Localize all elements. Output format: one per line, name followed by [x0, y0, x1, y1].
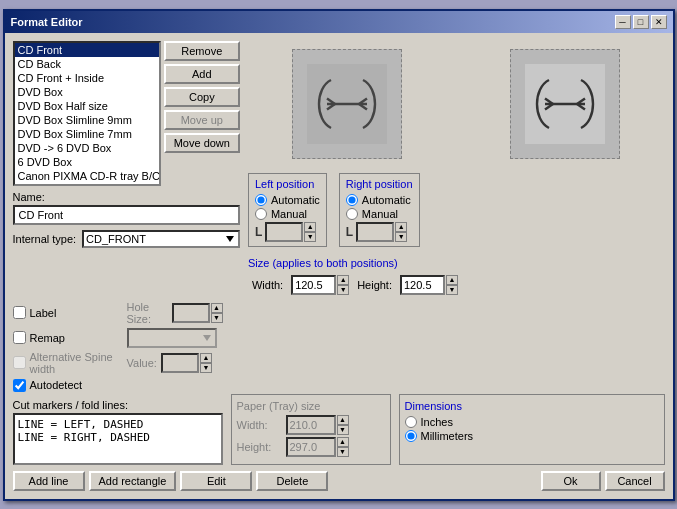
top-section: CD Front CD Back CD Front + Inside DVD B… — [13, 41, 665, 295]
delete-button[interactable]: Delete — [256, 471, 328, 491]
cancel-button[interactable]: Cancel — [605, 471, 665, 491]
ok-button[interactable]: Ok — [541, 471, 601, 491]
width-down[interactable]: ▼ — [337, 285, 349, 295]
value-input[interactable] — [161, 353, 199, 373]
left-l-spin: ▲ ▼ — [265, 222, 316, 242]
height-spin: ▲ ▼ — [400, 275, 458, 295]
value-arrows: ▲ ▼ — [200, 353, 212, 373]
move-down-button[interactable]: Move down — [164, 133, 240, 153]
hole-size-down[interactable]: ▼ — [211, 313, 223, 323]
add-line-button[interactable]: Add line — [13, 471, 85, 491]
left-l-up[interactable]: ▲ — [304, 222, 316, 232]
list-item[interactable]: DVD Box Slimline 7mm — [15, 127, 159, 141]
left-automatic-radio[interactable] — [255, 194, 267, 206]
width-up[interactable]: ▲ — [337, 275, 349, 285]
remap-checkbox[interactable] — [13, 331, 26, 344]
options-grid: Label Hole Size: ▲ ▼ — [13, 301, 223, 375]
paper-size-title: Paper (Tray) size — [237, 400, 385, 412]
width-label: Width: — [252, 279, 283, 291]
cut-marker-line-1: LINE = LEFT, DASHED — [18, 418, 218, 431]
list-item[interactable]: CD Front + Inside — [15, 71, 159, 85]
right-l-up[interactable]: ▲ — [395, 222, 407, 232]
format-list[interactable]: CD Front CD Back CD Front + Inside DVD B… — [13, 41, 161, 186]
width-input[interactable] — [291, 275, 336, 295]
window-title: Format Editor — [11, 16, 83, 28]
list-item[interactable]: DVD Box — [15, 85, 159, 99]
remap-cb-row: Remap — [13, 331, 123, 344]
paper-height-up[interactable]: ▲ — [337, 437, 349, 447]
left-l-down[interactable]: ▼ — [304, 232, 316, 242]
right-l-down[interactable]: ▼ — [395, 232, 407, 242]
label-checkbox[interactable] — [13, 306, 26, 319]
size-inputs-row: Width: ▲ ▼ Height: ▲ ▼ — [252, 275, 665, 295]
value-down[interactable]: ▼ — [200, 363, 212, 373]
height-down[interactable]: ▼ — [446, 285, 458, 295]
full-bottom: Add line Add rectangle Edit Delete Ok Ca… — [13, 471, 665, 491]
left-l-label: L — [255, 225, 262, 239]
paper-width-arrows: ▲ ▼ — [337, 415, 349, 435]
paper-height-input[interactable] — [286, 437, 336, 457]
cut-markers-box[interactable]: LINE = LEFT, DASHED LINE = RIGHT, DASHED — [13, 413, 223, 465]
paper-width-up[interactable]: ▲ — [337, 415, 349, 425]
remove-button[interactable]: Remove — [164, 41, 240, 61]
list-item[interactable]: Canon PIXMA CD-R tray B/C — [15, 169, 159, 183]
height-input[interactable] — [400, 275, 445, 295]
right-automatic-radio[interactable] — [346, 194, 358, 206]
size-row: Size (applies to both positions) — [248, 257, 665, 269]
preview-section: Left position Automatic Manual L — [248, 41, 665, 295]
paper-height-label: Height: — [237, 441, 282, 453]
paper-width-down[interactable]: ▼ — [337, 425, 349, 435]
hole-size-arrows: ▲ ▼ — [211, 303, 223, 323]
hole-size-label: Hole Size: — [127, 301, 168, 325]
inches-radio[interactable] — [405, 416, 417, 428]
height-up[interactable]: ▲ — [446, 275, 458, 285]
add-rectangle-button[interactable]: Add rectangle — [89, 471, 177, 491]
minimize-button[interactable]: ─ — [615, 15, 631, 29]
left-l-row: L ▲ ▼ — [255, 222, 320, 242]
list-item[interactable]: CD Front — [15, 43, 159, 57]
paper-width-input[interactable] — [286, 415, 336, 435]
list-item[interactable]: DVD Box Slimline 9mm — [15, 113, 159, 127]
copy-button[interactable]: Copy — [164, 87, 240, 107]
autodetect-label: Autodetect — [30, 379, 83, 391]
autodetect-checkbox[interactable] — [13, 379, 26, 392]
maximize-button[interactable]: □ — [633, 15, 649, 29]
name-input[interactable] — [13, 205, 240, 225]
right-l-row: L ▲ ▼ — [346, 222, 413, 242]
label-cb-label: Label — [30, 307, 57, 319]
remap-select[interactable] — [127, 328, 217, 348]
list-item[interactable]: DVD -> 6 DVD Box — [15, 141, 159, 155]
hole-size-input[interactable] — [172, 303, 210, 323]
inches-row: Inches — [405, 416, 659, 428]
left-mid: Label Hole Size: ▲ ▼ — [13, 301, 223, 465]
value-label: Value: — [127, 357, 157, 369]
value-up[interactable]: ▲ — [200, 353, 212, 363]
left-position-title: Left position — [255, 178, 320, 190]
internal-type-row: Internal type: CD_FRONT CD_BACK DVD_FRON… — [13, 230, 240, 248]
internal-type-select[interactable]: CD_FRONT CD_BACK DVD_FRONT DVD_BACK — [82, 230, 240, 248]
bottom-right-area: Paper (Tray) size Width: ▲ ▼ — [231, 394, 665, 465]
alt-spine-checkbox[interactable] — [13, 356, 26, 369]
list-item[interactable]: DVD Box Half size — [15, 99, 159, 113]
list-item[interactable]: 6 DVD Box — [15, 155, 159, 169]
hole-size-up[interactable]: ▲ — [211, 303, 223, 313]
add-button[interactable]: Add — [164, 64, 240, 84]
list-item[interactable]: CD Back — [15, 57, 159, 71]
left-l-input[interactable] — [265, 222, 303, 242]
left-manual-label: Manual — [271, 208, 307, 220]
left-manual-radio[interactable] — [255, 208, 267, 220]
autodetect-row: Autodetect — [13, 379, 223, 392]
paper-height-down[interactable]: ▼ — [337, 447, 349, 457]
remap-select-wrapper — [127, 328, 223, 348]
close-button[interactable]: ✕ — [651, 15, 667, 29]
edit-button[interactable]: Edit — [180, 471, 252, 491]
mid-section: Label Hole Size: ▲ ▼ — [13, 301, 665, 465]
move-up-button[interactable]: Move up — [164, 110, 240, 130]
right-l-input[interactable] — [356, 222, 394, 242]
dimensions-title: Dimensions — [405, 400, 659, 412]
right-l-arrows: ▲ ▼ — [395, 222, 407, 242]
right-manual-radio[interactable] — [346, 208, 358, 220]
mm-radio[interactable] — [405, 430, 417, 442]
paper-width-spin: ▲ ▼ — [286, 415, 349, 435]
paper-height-arrows: ▲ ▼ — [337, 437, 349, 457]
